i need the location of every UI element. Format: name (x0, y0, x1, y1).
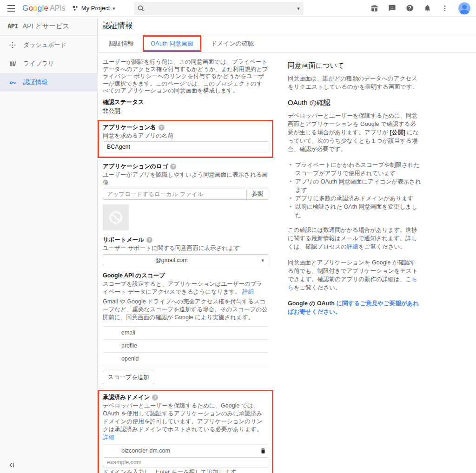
logo-preview-placeholder (103, 204, 129, 230)
list-item: 以前に検証された OAth 同意画面を変更しました (295, 203, 422, 219)
google-apis-console: Google APIs My Project (0, 0, 476, 473)
help-icon[interactable] (405, 4, 414, 13)
project-selector[interactable]: My Project (72, 5, 115, 12)
page-title: 認証情報 (98, 17, 476, 35)
consent-form: ユーザーが認証を行う前に、この同意画面では、プライベート データへのアクセス権を… (103, 59, 268, 473)
google-logo-text: Google (22, 4, 48, 13)
domain-input-help: ドメインを入力し、Enter キーを押して追加します (103, 468, 268, 473)
scope-row: openid (103, 352, 268, 365)
support-email-label: サポートメール (103, 236, 144, 244)
chevron-down-icon (112, 5, 115, 12)
oauth-verification-text: デベロッパーとユーザーを保護するために、同意画面とアプリケーションを Googl… (288, 112, 422, 153)
sidebar-item-label: ダッシュボード (23, 41, 66, 49)
app-name-help: 同意を求めるアプリの名前 (103, 132, 268, 140)
search-input[interactable] (148, 4, 293, 12)
api-logo: API (7, 22, 18, 30)
more-vertical-icon[interactable] (441, 4, 449, 13)
gift-icon[interactable] (370, 4, 378, 13)
sidebar-item-label: ライブラリ (23, 59, 54, 68)
help-circle-icon[interactable] (159, 125, 165, 131)
sidebar-header: API API とサービス (0, 17, 97, 36)
sidebar: API API とサービス ダッシュボード ライブラリ 認証情報 (0, 17, 98, 473)
testing-text: 同意画面とアプリケーションを Google が確認する前でも、制限付きでアプリケ… (288, 258, 422, 292)
annotation-box-app-name: アプリケーション名 同意を求めるアプリの名前 (98, 120, 273, 158)
intro-text: ユーザーが認証を行う前に、この同意画面では、プライベート データへのアクセス権を… (103, 59, 268, 95)
chevron-down-icon (261, 257, 264, 263)
scopes-desc2: Gmail や Google ドライブへの完全アクセス権を付与するスコープなど、… (103, 298, 268, 322)
support-email-select[interactable]: @gmail.com (103, 254, 268, 266)
help-circle-icon[interactable] (170, 164, 176, 170)
scope-row: profile (103, 339, 268, 352)
app-name-label: アプリケーション名 (103, 124, 156, 131)
list-item: プライベートにかかわるスコープや制限されたスコープがアプリで使用されています (295, 161, 422, 177)
support-email-help: ユーザー サポートに関する同意画面に表示されます (103, 244, 268, 252)
avatar[interactable] (458, 2, 470, 14)
tab-domain-verification[interactable]: ドメインの確認 (204, 35, 260, 52)
about-consent-text: 同意画面は、誰がどの種類のデータへのアクセスをリクエストしているのかを表明する画… (288, 74, 422, 91)
about-consent-title: 同意画面について (288, 61, 422, 70)
feedback-text: Google の OAuth に関するご意見やご要望があればお寄せください。 (288, 299, 422, 316)
review-duration-text: この確認には数週間かかる場合があります。進捗に関する最新情報はメールで通知されま… (288, 226, 422, 251)
status-label: 確認ステータス (103, 99, 268, 106)
domains-label: 承認済みドメイン (103, 394, 150, 401)
project-icon (72, 5, 79, 12)
hamburger-menu-icon[interactable] (0, 4, 22, 13)
add-scope-button[interactable]: スコープを追加 (103, 371, 154, 384)
scope-row: email (103, 326, 268, 339)
browse-button[interactable]: 参照 (246, 189, 268, 200)
verification-status: 確認ステータス 非公開 (103, 99, 268, 115)
domain-value: bizconcier-dm.com (121, 447, 170, 454)
main-panel: 認証情報 認証情報 OAuth 同意画面 ドメインの確認 ユーザーが認証を行う前… (98, 17, 476, 473)
top-bar: Google APIs My Project (0, 0, 476, 17)
feedback-icon[interactable] (388, 4, 396, 13)
help-circle-icon[interactable] (146, 237, 152, 243)
help-circle-icon[interactable] (152, 394, 158, 401)
tab-oauth-consent-screen[interactable]: OAuth 同意画面 (144, 37, 200, 51)
sidebar-item-label: 認証情報 (23, 78, 47, 86)
sidebar-item-library[interactable]: ライブラリ (0, 54, 97, 73)
annotation-box-authorized-domains: 承認済みドメイン デベロッパーとユーザーを保護するために、Google では、O… (98, 390, 273, 473)
apis-logo-text: APIs (50, 4, 66, 13)
support-email-value: @gmail.com (155, 257, 188, 263)
oauth-verification-title: OAuth の確認 (288, 99, 422, 107)
domains-desc: デベロッパーとユーザーを保護するために、Google では、OAuth を使用し… (103, 402, 263, 433)
top-bar-actions (370, 2, 470, 14)
list-item: アプリに多数の承認済みドメインがあります (295, 194, 422, 203)
delete-domain-button[interactable] (258, 447, 268, 454)
domains-learn-more-link[interactable]: 詳細 (103, 434, 114, 440)
scopes-label: Google API のスコープ (103, 272, 268, 280)
library-icon (8, 59, 17, 68)
review-details-link[interactable]: 詳細 (347, 243, 358, 250)
domain-input[interactable] (103, 457, 268, 467)
verification-conditions-list: プライベートにかかわるスコープや制限されたスコープがアプリで使用されています ア… (288, 161, 422, 219)
search-dropdown-icon[interactable] (297, 5, 300, 12)
redacted-email-user (107, 257, 155, 263)
support-email-section: サポートメール ユーザー サポートに関する同意画面に表示されます @gmail.… (103, 236, 268, 266)
search-bar[interactable] (134, 2, 304, 15)
annotation-box-tab: OAuth 同意画面 (143, 35, 201, 52)
sidebar-item-credentials[interactable]: 認証情報 (0, 73, 97, 92)
list-item: アプリの OAuth 同意画面にアイコンが表示されます (295, 177, 422, 194)
domain-row: bizconcier-dm.com (103, 444, 268, 457)
scopes-learn-more-link[interactable]: 詳細 (242, 289, 254, 295)
key-icon (8, 78, 17, 86)
dashboard-icon (8, 41, 17, 49)
logo-section: アプリケーションのロゴ ユーザーがアプリを認識しやすいよう同意画面に表示される画… (103, 163, 268, 230)
help-panel: 同意画面について 同意画面は、誰がどの種類のデータへのアクセスをリクエストしてい… (288, 59, 422, 473)
project-name: My Project (81, 5, 110, 12)
logo-help: ユーザーがアプリを認識しやすいよう同意画面に表示される画像 (103, 171, 268, 187)
sidebar-title: API とサービス (22, 22, 69, 31)
google-apis-logo: Google APIs (22, 4, 66, 13)
collapse-sidebar-icon[interactable] (8, 462, 15, 468)
scopes-desc: スコープを設定すると、アプリケーションはユーザーのプライベート データにアクセス… (103, 281, 262, 295)
tab-credentials[interactable]: 認証情報 (103, 35, 140, 52)
sidebar-item-dashboard[interactable]: ダッシュボード (0, 36, 97, 54)
tab-bar: 認証情報 OAuth 同意画面 ドメインの確認 (98, 35, 476, 53)
logo-file-input[interactable] (103, 189, 247, 200)
app-name-input[interactable] (103, 141, 268, 152)
logo-label: アプリケーションのロゴ (103, 163, 168, 171)
notifications-icon[interactable] (423, 4, 431, 13)
scopes-section: Google API のスコープ スコープを設定すると、アプリケーションはユーザ… (103, 272, 268, 390)
status-value: 非公開 (103, 107, 268, 115)
search-icon (138, 5, 144, 12)
